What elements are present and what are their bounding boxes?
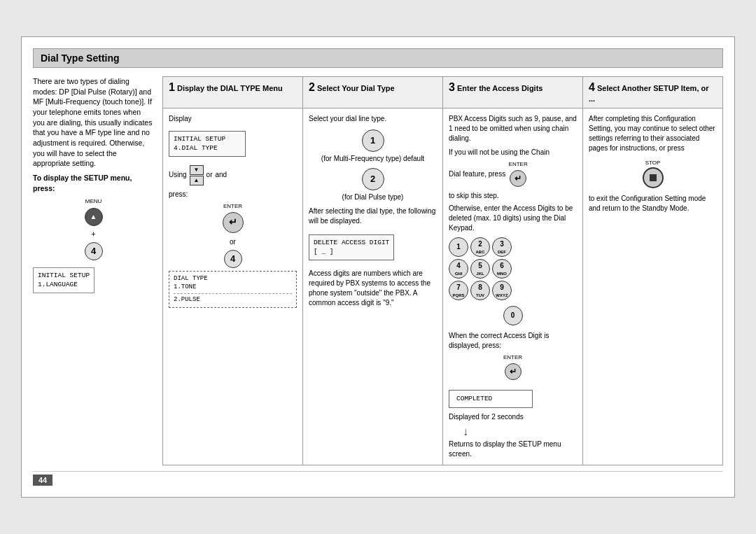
numpad: 1 2ABC 3DEF 4GHI 5JKL 6MNO 7PQRS 8TUV 9W… bbox=[449, 237, 577, 300]
freq-label: (for Multi-Frequency type) default bbox=[309, 154, 437, 164]
or-text-2: or bbox=[169, 237, 297, 247]
key-7[interactable]: 7PQRS bbox=[449, 281, 468, 300]
key-5[interactable]: 5JKL bbox=[470, 259, 490, 279]
page-title: Dial Type Setting bbox=[33, 48, 723, 68]
up-arrow-btn[interactable]: ▲ bbox=[190, 176, 204, 185]
step1-col: Display INITIAL SETUP 4.DIAL TYPE Using … bbox=[163, 108, 303, 465]
enter-label-step3: ENTER bbox=[508, 160, 528, 168]
step1-lcd1: INITIAL SETUP 4.DIAL TYPE bbox=[169, 131, 246, 157]
key-8[interactable]: 8TUV bbox=[470, 281, 490, 300]
delete-access-box: DELETE ACCESS DIGIT [ _ ] bbox=[309, 234, 394, 260]
step2-col: Select your dial line type. 1 (for Multi… bbox=[303, 108, 443, 465]
step3-desc4: to skip this step. bbox=[449, 191, 499, 201]
step2-header: 2 Select Your Dial Type bbox=[303, 77, 443, 108]
key-4[interactable]: 4GHI bbox=[449, 259, 468, 279]
intro-column: There are two types of dialing modes: DP… bbox=[33, 76, 162, 465]
up-down-buttons[interactable]: ▼ ▲ bbox=[190, 165, 204, 185]
enter-button-step3-2[interactable]: ↵ bbox=[505, 363, 522, 380]
step4-desc1: After completing this Configuration Sett… bbox=[589, 114, 717, 153]
key-6[interactable]: 6MNO bbox=[492, 259, 512, 279]
step3-desc5: Otherwise, enter the Access Digits to be… bbox=[449, 204, 577, 233]
footer: 44 bbox=[33, 471, 723, 486]
stop-label: STOP bbox=[589, 159, 717, 167]
svg-rect-0 bbox=[650, 174, 657, 181]
num2-button[interactable]: 2 bbox=[362, 168, 384, 190]
page-number: 44 bbox=[33, 475, 52, 486]
menu-button-intro[interactable]: ▲ bbox=[85, 208, 103, 226]
down-arrow-btn[interactable]: ▼ bbox=[190, 165, 204, 175]
pulse-btn-container: 2 (for Dial Pulse type) bbox=[309, 168, 437, 202]
press-label: press: bbox=[169, 190, 297, 199]
num4-button-intro[interactable]: 4 bbox=[85, 242, 103, 260]
numpad-zero-row: 0 bbox=[449, 304, 577, 327]
steps-body: Display INITIAL SETUP 4.DIAL TYPE Using … bbox=[162, 108, 723, 465]
key-9[interactable]: 9WXYZ bbox=[492, 281, 512, 300]
step2-after-text: After selecting the dial type, the follo… bbox=[309, 206, 437, 226]
key-3[interactable]: 3DEF bbox=[492, 237, 512, 257]
step3-col: PBX Access Digits such as 9, pause, and … bbox=[443, 108, 583, 465]
correct-text: When the correct Access Digit is display… bbox=[449, 331, 577, 351]
intro-text: There are two types of dialing modes: DP… bbox=[33, 76, 154, 169]
stop-button[interactable] bbox=[643, 167, 664, 188]
enter-button-1[interactable]: ↵ bbox=[223, 212, 244, 233]
setup-menu-label: To display the SETUP menu, press: bbox=[33, 174, 132, 192]
enter-label-step3-2: ENTER bbox=[449, 353, 577, 361]
step2-access-desc: Access digits are numbers which are requ… bbox=[309, 269, 437, 308]
intro-lcd-line2: 1.LANGUAGE bbox=[38, 280, 90, 289]
step3-desc1: PBX Access Digits such as 9, pause, and … bbox=[449, 114, 577, 143]
enter-label-1: ENTER bbox=[169, 202, 297, 210]
step1-dial-type-box: DIAL TYPE 1.TONE 2.PULSE bbox=[169, 271, 297, 308]
step4-col: After completing this Configuration Sett… bbox=[583, 108, 722, 465]
enter-button-step3[interactable]: ↵ bbox=[510, 170, 526, 187]
num4-button-step1[interactable]: 4 bbox=[224, 250, 242, 268]
completed-box: COMPLETED bbox=[449, 390, 533, 407]
displayed-text: Displayed for 2 seconds bbox=[449, 412, 577, 422]
returns-text: Returns to display the SETUP menu screen… bbox=[449, 440, 577, 459]
key-2[interactable]: 2ABC bbox=[470, 237, 490, 257]
main-page: Dial Type Setting There are two types of… bbox=[21, 36, 735, 498]
arrow-down-icon: ↓ bbox=[449, 424, 577, 440]
freq-btn-container: 1 (for Multi-Frequency type) default bbox=[309, 129, 437, 164]
step4-header: 4 Select Another SETUP Item, or ... bbox=[583, 77, 722, 108]
using-row: Using ▼ ▲ or and bbox=[169, 165, 297, 185]
steps-header: 1 Display the DIAL TYPE Menu 2 Select Yo… bbox=[162, 76, 723, 108]
steps-area: 1 Display the DIAL TYPE Menu 2 Select Yo… bbox=[162, 76, 723, 465]
num1-button[interactable]: 1 bbox=[362, 129, 384, 152]
step3-header: 3 Enter the Access Digits bbox=[443, 77, 583, 108]
menu-label-intro: MENU bbox=[33, 197, 154, 205]
display-label: Display bbox=[169, 114, 297, 124]
step3-desc2: If you will not be using the Chain bbox=[449, 148, 577, 157]
intro-lcd-line1: INITIAL SETUP bbox=[38, 271, 90, 280]
step1-header: 1 Display the DIAL TYPE Menu bbox=[163, 77, 303, 108]
key-1[interactable]: 1 bbox=[449, 237, 468, 257]
step2-desc: Select your dial line type. bbox=[309, 114, 437, 124]
step3-desc3: Dial feature, press bbox=[449, 169, 505, 179]
step4-desc2: to exit the Configuration Setting mode a… bbox=[589, 194, 717, 213]
pulse-label: (for Dial Pulse type) bbox=[309, 192, 437, 202]
key-0[interactable]: 0 bbox=[503, 306, 523, 325]
